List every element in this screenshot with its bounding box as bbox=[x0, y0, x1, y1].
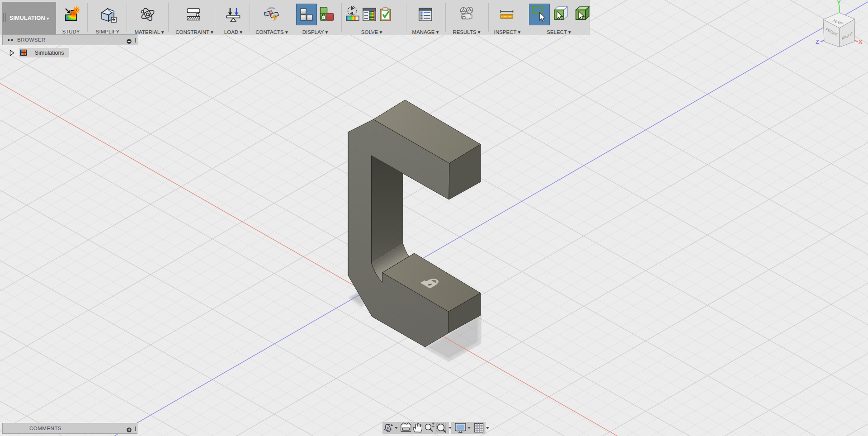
svg-text:Z: Z bbox=[816, 38, 819, 45]
svg-text:Y: Y bbox=[837, 0, 841, 6]
svg-text:X: X bbox=[859, 38, 863, 45]
